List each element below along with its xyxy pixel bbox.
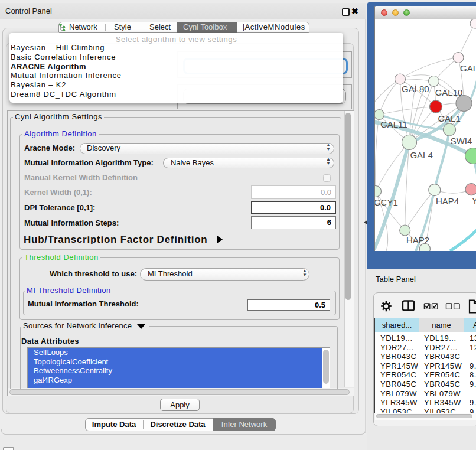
svg-text:GAL4: GAL4	[410, 150, 432, 160]
svg-text:SWI4: SWI4	[451, 136, 472, 146]
svg-text:GAL80: GAL80	[402, 84, 429, 94]
svg-text:GAL11: GAL11	[380, 119, 407, 129]
svg-text:GAL: GAL	[460, 63, 476, 73]
svg-text:GAL1: GAL1	[438, 113, 460, 123]
svg-text:HAP4: HAP4	[436, 196, 459, 206]
svg-text:HAP2: HAP2	[406, 235, 429, 245]
svg-text:Y: Y	[472, 195, 476, 206]
svg-text:GCY1: GCY1	[374, 197, 398, 207]
svg-text:GAL10: GAL10	[435, 87, 463, 97]
